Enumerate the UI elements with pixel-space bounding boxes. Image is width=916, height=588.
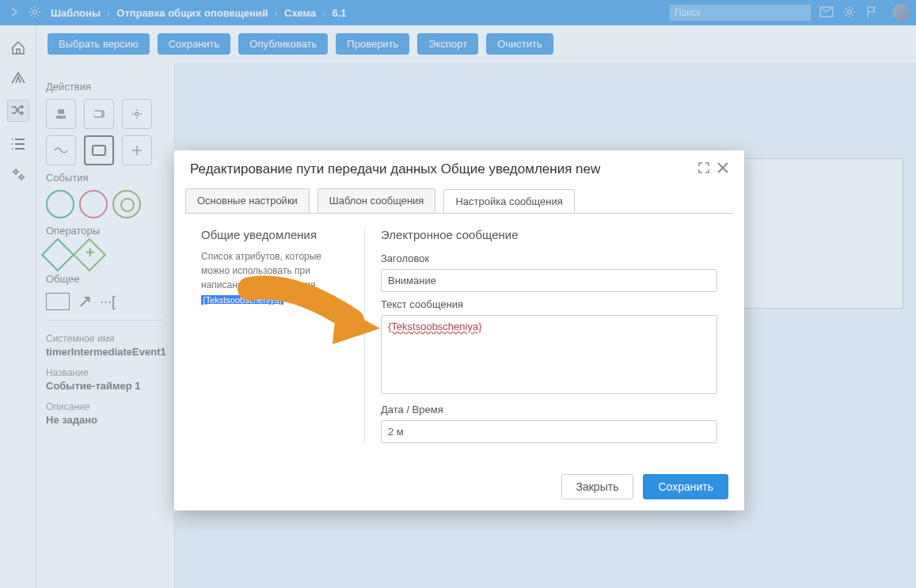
modal-title: Редактирование пути передачи данных Общи… xyxy=(190,161,600,177)
tab-settings[interactable]: Настройка сообщения xyxy=(443,189,574,214)
attrs-desc: Список атрибутов, которые можно использо… xyxy=(201,249,352,292)
edit-path-modal: Редактирование пути передачи данных Общи… xyxy=(174,150,744,510)
attrs-heading: Общие уведомления xyxy=(201,228,352,241)
tab-template[interactable]: Шаблон сообщения xyxy=(317,188,436,213)
email-heading: Электронное сообщение xyxy=(381,228,717,241)
attr-token[interactable]: {Tekstsoobscheniya} xyxy=(201,295,283,305)
fullscreen-icon[interactable] xyxy=(698,162,709,176)
body-textarea[interactable] xyxy=(381,315,717,394)
header-label: Заголовок xyxy=(381,252,717,264)
body-label: Текст сообщения xyxy=(381,298,717,310)
tab-basic[interactable]: Основные настройки xyxy=(185,188,310,213)
header-input[interactable] xyxy=(381,269,717,292)
date-input[interactable] xyxy=(381,420,717,443)
date-label: Дата / Время xyxy=(381,404,717,415)
modal-close-button[interactable]: Закрыть xyxy=(561,474,634,499)
close-icon[interactable] xyxy=(717,162,728,176)
modal-save-button[interactable]: Сохранить xyxy=(643,474,728,499)
